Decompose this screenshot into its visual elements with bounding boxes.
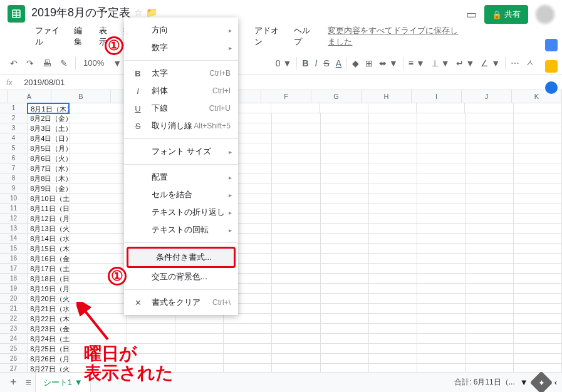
cell[interactable] [70,153,127,163]
cell[interactable] [70,214,127,224]
cell[interactable] [369,254,417,264]
share-button[interactable]: 🔒 共有 [484,5,528,24]
menu-edit[interactable]: 編集 [70,23,92,49]
cell[interactable]: 8月4日（日） [28,133,70,143]
cell[interactable] [514,274,562,284]
italic-icon[interactable]: I [313,56,320,71]
cell[interactable]: 8月10日（土） [28,193,70,204]
cell[interactable] [417,173,466,183]
paint-icon[interactable]: ✎ [58,56,70,71]
avatar[interactable] [536,5,554,24]
cell[interactable]: 8月19日（月） [28,284,70,294]
cell[interactable]: 8月2日（金） [28,113,70,123]
cell[interactable] [514,113,562,123]
star-icon[interactable]: ☆ [134,7,142,18]
cell[interactable]: 8月15日（木） [28,244,70,254]
cell[interactable] [368,103,417,113]
cell[interactable] [321,274,369,284]
cell[interactable] [321,324,369,334]
cell[interactable] [175,324,224,334]
cell[interactable]: 8月24日（土） [28,334,70,344]
cell[interactable] [514,324,562,334]
row-header[interactable]: 4 [0,133,28,143]
cell[interactable] [369,274,417,284]
cell[interactable] [466,133,514,143]
cell[interactable] [175,314,224,324]
cell[interactable] [70,254,127,264]
cell[interactable] [272,143,320,153]
cell[interactable] [369,163,417,173]
cell[interactable]: 8月11日（日） [28,204,70,214]
number-format[interactable]: 0 ▼ [273,56,294,71]
dd-italic[interactable]: I斜体Ctrl+I [124,82,238,100]
cell[interactable] [321,143,369,153]
cell[interactable] [417,113,466,123]
borders-icon[interactable]: ⊞ [363,56,375,71]
cell[interactable] [320,103,368,113]
row-header[interactable]: 8 [0,173,28,183]
row-header[interactable]: 1 [0,103,28,113]
dd-clear[interactable]: ✕書式をクリアCtrl+\ [124,294,238,311]
cell[interactable] [70,204,127,214]
text-color-icon[interactable]: A [333,56,344,71]
dd-align[interactable]: 配置▸ [124,168,238,186]
cell[interactable] [272,274,320,284]
cell[interactable] [224,344,272,354]
col-header-F[interactable]: F [261,90,311,103]
cell[interactable] [272,264,320,274]
row-header[interactable]: 14 [0,234,28,244]
cell[interactable] [272,224,320,234]
cell[interactable] [321,244,369,254]
cell[interactable]: 8月22日（木） [28,314,70,324]
wrap-icon[interactable]: ↵ ▼ [454,56,477,71]
cell[interactable]: 8月14日（水） [28,234,70,244]
cell[interactable] [70,173,127,183]
cell[interactable] [321,153,369,163]
cell[interactable] [514,204,562,214]
cell[interactable] [466,214,514,224]
cell[interactable] [70,113,127,123]
cell[interactable] [127,334,175,344]
cell[interactable]: 8月18日（日） [28,274,70,284]
cell[interactable] [321,193,369,204]
cell[interactable] [369,204,417,214]
row-header[interactable]: 16 [0,254,28,264]
halign-icon[interactable]: ≡ ▼ [406,56,427,71]
col-header-H[interactable]: H [362,90,412,103]
cell[interactable] [466,254,514,264]
cell[interactable] [466,284,514,294]
cell[interactable]: 8月20日（火） [28,294,70,304]
cell[interactable] [466,244,514,254]
cell[interactable] [272,123,320,133]
cell[interactable] [417,193,466,204]
cell[interactable] [272,234,320,244]
row-header[interactable]: 3 [0,123,28,133]
cell[interactable] [272,324,320,334]
print-icon[interactable]: 🖶 [40,56,54,71]
menu-file[interactable]: ファイル [31,23,68,49]
cell[interactable] [272,334,320,344]
cell[interactable] [369,133,417,143]
row-header[interactable]: 15 [0,244,28,254]
add-sheet-button[interactable]: + [5,373,22,391]
cell[interactable] [369,123,417,133]
cell[interactable] [321,214,369,224]
cell[interactable] [417,163,466,173]
calendar-addon-icon[interactable] [545,39,558,51]
cell[interactable]: 8月23日（金） [28,324,70,334]
col-header-J[interactable]: J [462,90,512,103]
cell[interactable] [417,354,466,364]
row-header[interactable]: 18 [0,274,28,284]
cell[interactable] [466,314,514,324]
cell[interactable] [417,314,466,324]
cell[interactable]: 8月26日（月） [28,354,70,364]
cell[interactable] [369,324,417,334]
cell[interactable] [70,163,127,173]
cell[interactable] [321,183,369,193]
cell[interactable] [369,314,417,324]
cell[interactable] [417,294,466,304]
cell[interactable] [321,254,369,264]
undo-icon[interactable]: ↶ [8,56,20,71]
cell[interactable] [369,214,417,224]
dd-direction[interactable]: 方向▸ [124,21,238,39]
